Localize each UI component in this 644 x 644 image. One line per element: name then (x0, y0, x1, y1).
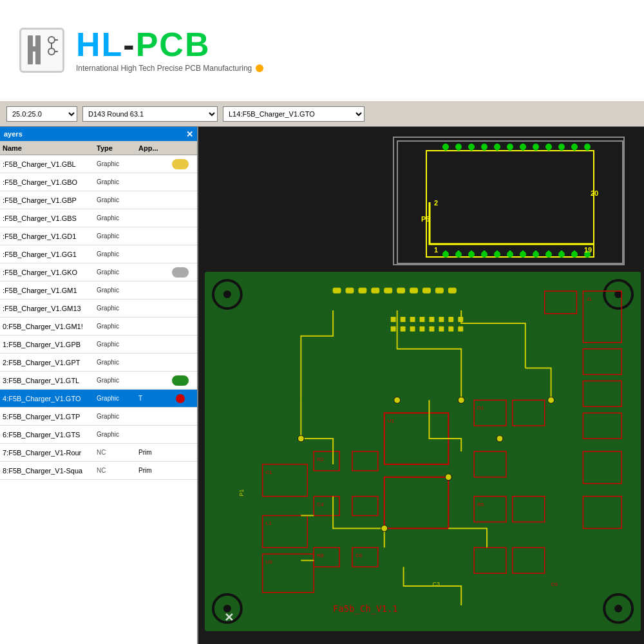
svg-point-113 (548, 397, 554, 403)
svg-rect-75 (372, 288, 379, 293)
svg-rect-76 (384, 288, 392, 293)
layer-row[interactable]: :F5B_Charger_V1.GKOGraphic (0, 263, 197, 281)
svg-rect-134 (420, 317, 425, 322)
layer-row[interactable]: :F5B_Charger_V1.GBOGraphic (0, 173, 197, 191)
svg-rect-135 (429, 317, 434, 322)
svg-text:C1: C1 (266, 469, 273, 475)
svg-point-67 (614, 290, 622, 298)
layer-name: :F5B_Charger_V1.GG1 (0, 251, 97, 258)
layer-row[interactable]: :F5B_Charger_V1.GM13Graphic (0, 299, 197, 317)
zoom-select[interactable]: 25.0:25.0 (6, 106, 77, 122)
layer-name: :F5B_Charger_V1.GBO (0, 178, 97, 186)
layer-row[interactable]: 0:F5B_Charger_V1.GM1!Graphic (0, 317, 197, 336)
drill-select[interactable]: D143 Round 63.1 (82, 106, 218, 122)
layers-table: Name Type App... :F5B_Charger_V1.GBLGrap… (0, 141, 197, 644)
layer-type: Graphic (97, 160, 138, 167)
svg-rect-137 (448, 317, 453, 322)
svg-text:J1: J1 (586, 296, 592, 302)
svg-text:20: 20 (591, 189, 598, 197)
svg-point-112 (458, 397, 464, 403)
svg-point-110 (298, 435, 304, 442)
layer-row[interactable]: 7:F5B_Charger_V1-RourNCPrim (0, 444, 197, 462)
logo-subtitle: International High Tech Precise PCB Manu… (76, 64, 263, 73)
svg-point-71 (614, 605, 622, 612)
svg-rect-146 (458, 327, 463, 332)
layer-name: 3:F5B_Charger_V1.GTL (0, 377, 97, 384)
svg-text:U3: U3 (266, 559, 273, 565)
layer-row[interactable]: 8:F5B_Charger_V1-SquaNCPrim (0, 462, 197, 480)
layer-row[interactable]: 4:F5B_Charger_V1.GTOGraphicT (0, 390, 197, 408)
layer-select[interactable]: L14:F5B_Charger_V1.GTO (223, 106, 365, 122)
layer-name: 2:F5B_Charger_V1.GPT (0, 359, 97, 366)
connector-svg: 2 20 P5 1 19 (394, 138, 625, 265)
layer-type: Graphic (97, 323, 138, 330)
svg-point-31 (558, 144, 565, 150)
toolbar: 25.0:25.0 D143 Round 63.1 L14:F5B_Charge… (0, 100, 644, 127)
svg-rect-78 (410, 288, 418, 293)
svg-text:19: 19 (584, 246, 592, 254)
pcb-view[interactable]: 2 20 P5 1 19 (198, 127, 644, 644)
layer-name: 1:F5B_Charger_V1.GPB (0, 341, 97, 348)
svg-point-29 (533, 144, 539, 150)
layer-row[interactable]: :F5B_Charger_V1.GD1Graphic (0, 227, 197, 245)
svg-rect-81 (448, 288, 456, 293)
layer-icon (171, 159, 190, 169)
layer-name: :F5B_Charger_V1.GBS (0, 214, 97, 222)
connector-preview: 2 20 P5 1 19 (393, 137, 625, 265)
svg-point-3 (48, 37, 55, 43)
layer-row[interactable]: :F5B_Charger_V1.GBSGraphic (0, 209, 197, 227)
main-ui: 25.0:25.0 D143 Round 63.1 L14:F5B_Charge… (0, 100, 644, 644)
layer-type: Graphic (97, 431, 138, 438)
layer-type: NC (97, 449, 138, 456)
layer-type: Graphic (97, 287, 138, 294)
svg-point-114 (381, 525, 388, 531)
svg-text:L1: L1 (266, 520, 272, 526)
cloud-yellow-icon (172, 159, 189, 169)
svg-point-50 (494, 251, 500, 258)
layer-app: Prim (138, 449, 171, 456)
layer-name: :F5B_Charger_V1.GM13 (0, 305, 97, 312)
svg-rect-131 (391, 317, 396, 322)
svg-rect-140 (401, 327, 406, 332)
layer-row[interactable]: 2:F5B_Charger_V1.GPTGraphic (0, 354, 197, 372)
svg-point-23 (455, 144, 462, 150)
svg-rect-142 (420, 327, 425, 332)
table-header: Name Type App... (0, 141, 197, 155)
layer-row[interactable]: :F5B_Charger_V1.GG1Graphic (0, 245, 197, 263)
svg-point-22 (442, 144, 449, 150)
layer-name: 4:F5B_Charger_V1.GTO (0, 395, 97, 402)
layer-name: 6:F5B_Charger_V1.GTS (0, 431, 97, 439)
layer-icon (171, 394, 190, 403)
main-pcb-svg: Fa5b_Ch_V1.1 C1 R (205, 272, 641, 631)
svg-text:R2: R2 (317, 457, 324, 462)
svg-text:R8: R8 (317, 553, 324, 558)
svg-point-32 (571, 144, 578, 150)
layer-row[interactable]: 3:F5B_Charger_V1.GTLGraphic (0, 372, 197, 390)
layer-type: Graphic (97, 232, 138, 240)
layer-name: 5:F5B_Charger_V1.GTP (0, 413, 97, 421)
layer-type: Graphic (97, 196, 138, 204)
svg-text:R5: R5 (477, 502, 484, 507)
svg-rect-80 (435, 288, 443, 293)
layer-row[interactable]: 1:F5B_Charger_V1.GPBGraphic (0, 336, 197, 354)
layer-row[interactable]: :F5B_Charger_V1.GBPGraphic (0, 191, 197, 209)
svg-text:P1: P1 (238, 489, 245, 497)
layer-type: Graphic (97, 269, 138, 276)
layer-name: :F5B_Charger_V1.GBP (0, 196, 97, 204)
svg-text:1: 1 (434, 246, 438, 254)
layer-row[interactable]: 6:F5B_Charger_V1.GTSGraphic (0, 426, 197, 444)
svg-rect-77 (397, 288, 405, 293)
layer-row[interactable]: :F5B_Charger_V1.GBLGraphic (0, 155, 197, 173)
layer-row[interactable]: 5:F5B_Charger_V1.GTPGraphic (0, 408, 197, 426)
svg-rect-72 (333, 288, 341, 293)
svg-text:C4: C4 (317, 502, 324, 507)
layer-row[interactable]: :F5B_Charger_V1.GM1Graphic (0, 281, 197, 299)
svg-point-33 (584, 144, 591, 150)
content-area: ayers ✕ Name Type App... :F5B_Charger_V1… (0, 127, 644, 644)
cursor-indicator: ✕ (224, 611, 234, 625)
svg-rect-144 (439, 327, 444, 332)
layer-icon (171, 267, 190, 278)
svg-point-54 (545, 251, 552, 258)
panel-close-button[interactable]: ✕ (186, 129, 193, 139)
svg-text:C3: C3 (432, 581, 439, 587)
